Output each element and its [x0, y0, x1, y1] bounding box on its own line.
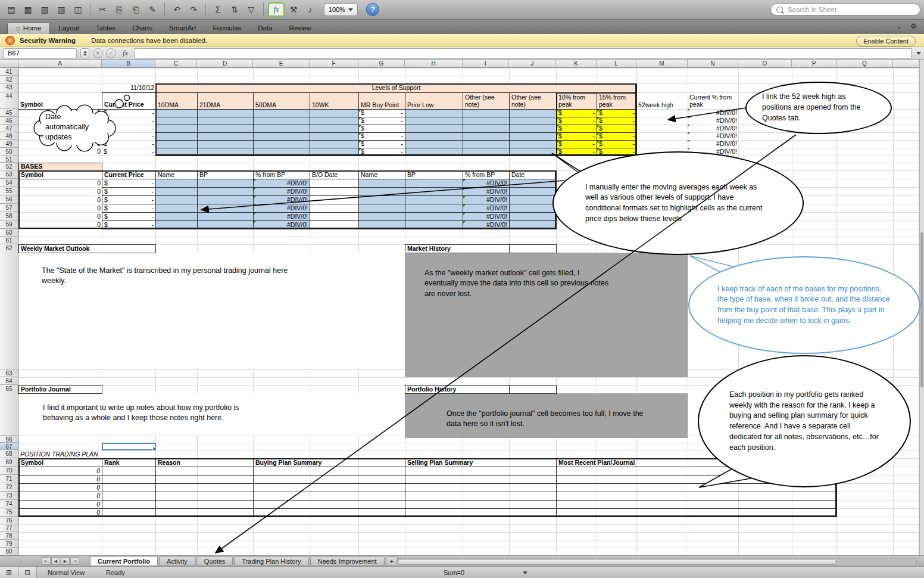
cell-E50[interactable] [253, 148, 310, 156]
cell-I55[interactable]: #DIV/0! [463, 187, 510, 196]
row-header-48[interactable]: 48 [0, 132, 18, 140]
cell-A56[interactable]: 0 [18, 195, 102, 204]
col-header-H[interactable]: H [405, 60, 463, 68]
cell-J47[interactable] [509, 125, 557, 133]
search-field[interactable] [770, 4, 920, 15]
cell-B43[interactable]: 11/10/12 [102, 83, 156, 93]
cell-I53[interactable]: % from BP [463, 170, 510, 179]
redo-icon[interactable]: ↷ [186, 2, 201, 17]
cell-N46[interactable]: #DIV/0! [688, 117, 739, 125]
toolbox-icon[interactable]: ⚒ [286, 2, 301, 17]
save-icon[interactable]: ▥ [54, 2, 69, 17]
cell-H57[interactable] [405, 204, 463, 213]
row-header-54[interactable]: 54 [0, 179, 18, 187]
cell-G54[interactable] [358, 179, 405, 188]
row-header-41[interactable]: 41 [0, 68, 18, 76]
sheet-tab-current-portfolio[interactable]: Current Portfolio [90, 556, 158, 566]
col-header-blank[interactable] [893, 60, 919, 68]
row-header-57[interactable]: 57 [0, 204, 18, 212]
cell-E73[interactable] [253, 492, 405, 501]
cell-C50[interactable] [155, 148, 198, 156]
cell-D58[interactable] [197, 212, 254, 221]
cell-J50[interactable] [509, 148, 557, 156]
cell-K50[interactable]: $- [556, 148, 597, 156]
cell-C57[interactable] [155, 204, 198, 213]
cell-A62[interactable]: Weekly Market Outlook [18, 244, 156, 253]
row-header-70[interactable]: 70 [0, 467, 18, 475]
cell-D50[interactable] [197, 148, 254, 156]
row-header-72[interactable]: 72 [0, 483, 18, 492]
cell-K45[interactable]: $- [556, 109, 597, 117]
cell-D55[interactable] [197, 187, 254, 196]
cell-G47[interactable]: $- [358, 125, 405, 133]
cell-J55[interactable] [509, 187, 557, 196]
cell-D44[interactable]: 21DMA [197, 92, 254, 110]
cell-B59[interactable]: $- [102, 220, 156, 229]
cell-N49[interactable]: #DIV/0! [688, 140, 739, 148]
cell-E57[interactable]: #DIV/0! [253, 204, 310, 213]
cell-C75[interactable] [155, 508, 254, 517]
ribbon-tab-formulas[interactable]: Formulas [204, 23, 249, 34]
row-header-66[interactable]: 66 [0, 436, 18, 443]
cell-E59[interactable]: #DIV/0! [253, 220, 310, 229]
row-header-64[interactable]: 64 [0, 377, 18, 385]
ribbon-tab-layout[interactable]: Layout [50, 23, 88, 34]
cell-B72[interactable] [102, 483, 156, 492]
page-layout-view-button[interactable]: ⊟ [18, 567, 37, 578]
cell-B55[interactable]: $- [102, 187, 156, 196]
row-header-78[interactable]: 78 [0, 532, 18, 540]
ribbon-tab-charts[interactable]: Charts [124, 23, 161, 34]
row-header-56[interactable]: 56 [0, 195, 18, 204]
cell-E72[interactable] [253, 483, 405, 492]
horizontal-scrollbar-thumb[interactable] [398, 559, 836, 565]
col-header-L[interactable]: L [597, 60, 636, 68]
ribbon-settings-icon[interactable]: ⚙ [910, 22, 917, 30]
filter-icon[interactable]: ▽ [244, 2, 259, 17]
cell-D54[interactable] [197, 179, 254, 188]
cell-G56[interactable] [358, 195, 405, 204]
cell-F58[interactable] [310, 212, 359, 221]
portfolio-history-cell[interactable]: Once the "portfolio journal" cell become… [405, 393, 688, 438]
cell-E45[interactable] [253, 109, 310, 117]
cell-D48[interactable] [197, 132, 254, 141]
ribbon-tab-tables[interactable]: Tables [88, 23, 124, 34]
cell-K75[interactable] [556, 508, 837, 517]
ribbon-tab-data[interactable]: Data [249, 23, 280, 34]
cell-I58[interactable]: #DIV/0! [463, 212, 510, 221]
cell-K49[interactable]: $- [556, 140, 597, 148]
cell-J54[interactable] [509, 179, 557, 188]
cell-I59[interactable]: #DIV/0! [463, 220, 510, 229]
portfolio-journal-cell[interactable]: I find it important to write up notes ab… [18, 393, 405, 436]
row-header-62[interactable]: 62 [0, 244, 18, 369]
row-header-42[interactable]: 42 [0, 76, 18, 83]
cell-E71[interactable] [253, 475, 405, 484]
cell-J49[interactable] [509, 140, 557, 148]
cell-E48[interactable] [253, 132, 310, 141]
cell-I54[interactable]: #DIV/0! [463, 179, 510, 188]
row-header-49[interactable]: 49 [0, 140, 18, 148]
cell-C56[interactable] [155, 195, 198, 204]
cell-H56[interactable] [405, 195, 463, 204]
col-header-C[interactable]: C [155, 60, 197, 68]
cell-I44[interactable]: Other (see note) [463, 92, 510, 110]
cell-D45[interactable] [197, 109, 254, 117]
cell-E47[interactable] [253, 125, 310, 133]
cell-A52[interactable]: BASES [18, 163, 102, 171]
col-header-F[interactable]: F [310, 60, 358, 68]
cell-G49[interactable]: $- [358, 140, 405, 148]
cell-F59[interactable] [310, 220, 359, 229]
cell-L48[interactable]: $- [597, 132, 637, 141]
row-header-75[interactable]: 75 [0, 508, 18, 517]
cell-A72[interactable]: 0 [18, 483, 102, 492]
autosum-icon[interactable]: Σ [210, 2, 226, 17]
cell-F53[interactable]: B/O Date [310, 170, 359, 179]
cell-A70[interactable]: 0 [18, 467, 102, 476]
cell-I57[interactable]: #DIV/0! [463, 204, 510, 213]
row-header-50[interactable]: 50 [0, 148, 18, 156]
row-header-73[interactable]: 73 [0, 492, 18, 500]
cell-J57[interactable] [509, 204, 557, 213]
row-header-71[interactable]: 71 [0, 475, 18, 483]
copy-icon[interactable]: ⎘ [111, 2, 127, 17]
cell-A73[interactable]: 0 [18, 492, 102, 501]
cell-L45[interactable]: $- [597, 109, 637, 117]
